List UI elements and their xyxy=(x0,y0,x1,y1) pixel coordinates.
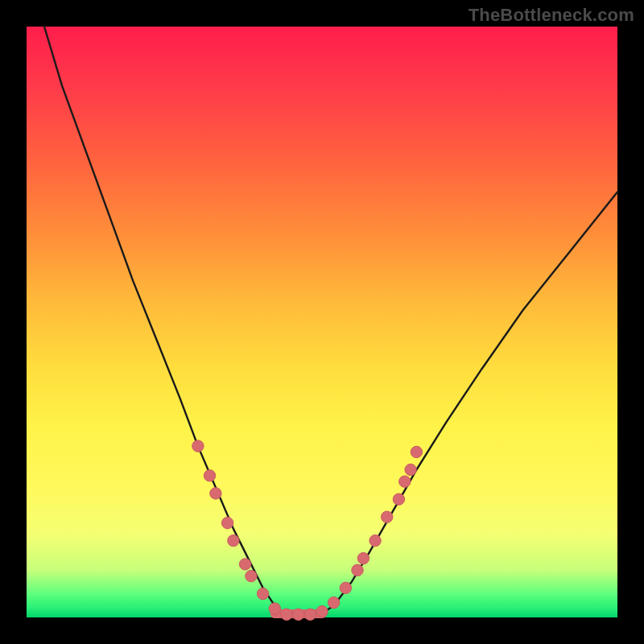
curve-marker xyxy=(411,446,422,457)
curve-marker xyxy=(192,440,204,452)
curve-marker xyxy=(269,603,280,614)
curve-marker xyxy=(239,559,250,570)
curve-marker xyxy=(304,609,316,620)
curve-marker xyxy=(292,609,303,620)
curve-marker xyxy=(210,488,221,499)
curve-marker xyxy=(328,597,340,608)
bottleneck-curve-svg xyxy=(27,27,617,617)
plot-area xyxy=(27,27,617,617)
curve-marker xyxy=(369,535,381,546)
curve-marker xyxy=(204,470,215,481)
watermark-text: TheBottleneck.com xyxy=(469,5,634,26)
curve-marker xyxy=(393,493,404,505)
curve-marker xyxy=(357,552,369,564)
curve-marker xyxy=(340,582,351,593)
curve-marker xyxy=(352,564,363,576)
curve-marker xyxy=(399,476,411,487)
curve-marker xyxy=(281,609,292,620)
chart-frame: TheBottleneck.com xyxy=(0,0,644,644)
curve-marker xyxy=(257,588,268,599)
curve-marker xyxy=(405,464,416,475)
bottleneck-curve-line xyxy=(44,27,617,617)
curve-markers xyxy=(192,440,423,621)
curve-marker xyxy=(382,511,393,522)
curve-marker xyxy=(221,517,233,528)
curve-marker xyxy=(316,606,328,617)
curve-marker xyxy=(228,535,239,546)
curve-marker xyxy=(246,570,257,581)
